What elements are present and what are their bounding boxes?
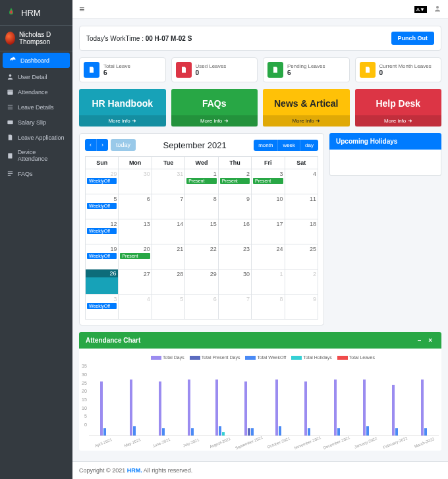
bar-group: August-2021 [206,372,235,436]
calendar-cell[interactable]: 30 [218,269,251,295]
calendar-grid: SunMonTueWedThuFriSat 29WeeklyOff30311Pr… [85,156,318,320]
stat-title: Used Leaves [196,63,227,69]
language-switch[interactable]: A▼ [414,6,427,13]
calendar-cell[interactable]: 26 [86,269,119,295]
nav-item-salary-slip[interactable]: Salary Slip [0,115,72,130]
calendar-cell[interactable]: 6 [185,295,218,320]
calendar-cell[interactable]: 21 [152,244,184,269]
bar [162,428,165,436]
calendar-cell[interactable]: 24 [252,244,285,269]
calendar-cell[interactable]: 28 [152,269,184,295]
more-info-link[interactable]: More info ➜ [171,115,258,127]
calendar-next-button[interactable]: › [96,139,108,151]
calendar-event[interactable]: Present [253,178,283,184]
bar-group: June-2021 [147,372,176,436]
calendar-cell[interactable]: 15 [185,219,218,244]
nav-item-leave-application[interactable]: Leave Application [0,130,72,145]
calendar-cell[interactable]: 23 [218,244,251,269]
calendar-cell[interactable]: 5WeeklyOff [86,194,119,219]
sidebar-user[interactable]: Nicholas D Thompson [0,26,72,51]
calendar-event[interactable]: WeeklyOff [87,178,117,184]
calendar-cell[interactable]: 30 [119,169,152,194]
calendar-cell[interactable]: 4 [285,169,318,194]
calendar-cell[interactable]: 1Present [185,169,218,194]
more-info-link[interactable]: More info ➜ [355,115,442,127]
calendar-cell[interactable]: 3WeeklyOff [86,295,119,320]
calendar-prev-button[interactable]: ‹ [85,139,96,151]
calendar-cell[interactable]: 7 [218,295,251,320]
view-month-button[interactable]: month [254,140,277,151]
calendar-cell[interactable]: 6 [119,194,152,219]
legend-label: Total WeekOff [257,355,286,360]
info-card[interactable]: HR HandbookMore info ➜ [79,89,166,127]
calendar-cell[interactable]: 3Present [252,169,285,194]
view-week-button[interactable]: week [277,140,300,151]
calendar-cell[interactable]: 4 [119,295,152,320]
view-day-button[interactable]: day [300,140,318,151]
info-card[interactable]: News & ArticalMore info ➜ [263,89,350,127]
calendar-cell[interactable]: 9 [285,295,318,320]
menu-toggle-icon[interactable]: ≡ [79,4,84,14]
punch-out-button[interactable]: Punch Out [391,32,435,45]
calendar-cell[interactable]: 18 [285,219,318,244]
calendar-today-button[interactable]: today [111,139,136,151]
calendar-cell[interactable]: 16 [218,219,251,244]
nav-item-faqs[interactable]: FAQs [0,166,72,181]
calendar-cell[interactable]: 5 [152,295,184,320]
chart-bars: April-2021May-2021June-2021July-2021Augu… [89,364,439,436]
calendar-cell[interactable]: 8 [252,295,285,320]
calendar-cell[interactable]: 8 [185,194,218,219]
calendar-cell[interactable]: 12WeeklyOff [86,219,119,244]
info-card[interactable]: Help DeskMore info ➜ [355,89,442,127]
calendar-cell[interactable]: 27 [119,269,152,295]
brand[interactable]: HRM [0,0,72,26]
calendar-cell[interactable]: 25 [285,244,318,269]
calendar-cell[interactable]: 2Present [218,169,251,194]
calendar-event[interactable]: WeeklyOff [87,228,117,234]
nav-item-dashboard[interactable]: Dashboard [3,53,70,68]
chart-controls[interactable]: – × [418,337,435,344]
holidays-body [329,150,441,176]
calendar-event[interactable]: Present [186,178,216,184]
stat-value: 0 [379,69,432,76]
calendar-cell[interactable]: 19WeeklyOff [86,244,119,269]
calendar-cell[interactable]: 17 [252,219,285,244]
calendar-cell[interactable]: 11 [285,194,318,219]
calendar-cell[interactable]: 14 [152,219,184,244]
calendar-cell[interactable]: 1 [252,269,285,295]
calendar-cell[interactable]: 29 [185,269,218,295]
calendar-cell[interactable]: 31 [152,169,184,194]
day-number: 29 [87,171,117,177]
calendar-day-header: Tue [152,157,184,169]
calendar-cell[interactable]: 10 [252,194,285,219]
calendar-cell[interactable]: 7 [152,194,184,219]
nav-item-attendance[interactable]: Attendance [0,84,72,99]
nav-item-user-detail[interactable]: User Detail [0,69,72,84]
more-info-link[interactable]: More info ➜ [263,115,350,127]
calendar-event[interactable]: WeeklyOff [87,203,117,209]
calendar-event[interactable]: Present [120,253,150,259]
calendar-cell[interactable]: 9 [218,194,251,219]
calendar-event[interactable]: WeeklyOff [87,303,117,309]
calendar-event[interactable]: Present [220,178,250,184]
calendar-day-header: Sat [285,157,318,169]
bar-group: February-2022 [380,372,409,436]
info-card[interactable]: FAQsMore info ➜ [171,89,258,127]
more-info-link[interactable]: More info ➜ [79,115,166,127]
calendar-icon [7,88,14,96]
calendar-event[interactable]: WeeklyOff [87,253,117,259]
calendar-cell[interactable]: 2 [285,269,318,295]
stat-value: 6 [103,69,130,76]
ytick: 20 [82,389,87,393]
nav-item-device-attendance[interactable]: Device Attendance [0,145,72,166]
svg-point-4 [436,6,439,9]
calendar-cell[interactable]: 29WeeklyOff [86,169,119,194]
calendar-cell[interactable]: 13 [119,219,152,244]
legend-swatch [190,356,200,360]
nav-item-leave-details[interactable]: Leave Details [0,99,72,115]
user-icon[interactable] [434,5,441,14]
calendar-cell[interactable]: 22 [185,244,218,269]
day-number: 28 [154,271,183,277]
calendar-cell[interactable]: 20Present [119,244,152,269]
day-number: 3 [253,171,283,177]
